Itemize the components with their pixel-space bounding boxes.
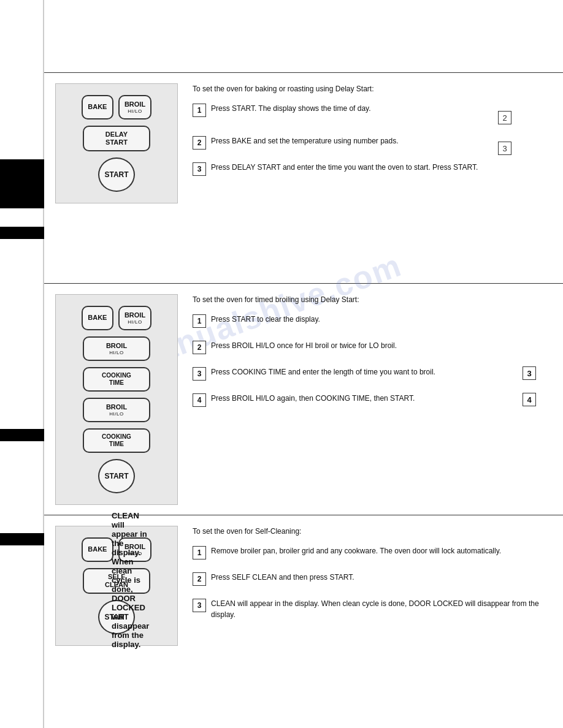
step-text-1-1: Press START. The display shows the time … — [211, 103, 371, 114]
cooking-time-button-2a[interactable]: COOKINGTIME — [83, 367, 150, 392]
section2-intro: To set the oven for timed broiling using… — [193, 294, 548, 305]
step1-3: 3 Press DELAY START and enter the time y… — [193, 162, 548, 176]
bake-button-2[interactable]: BAKE — [82, 306, 113, 330]
start-button-1[interactable]: START — [98, 157, 134, 192]
cooking-time-button-2b[interactable]: COOKINGTIME — [83, 428, 150, 453]
instructions-section2: To set the oven for timed broiling using… — [178, 283, 563, 424]
step1-1: 1 Press START. The display shows the tim… — [193, 103, 548, 117]
step2-1: 1 Press START to clear the display. — [193, 314, 548, 328]
keypad-row-1: BAKE BROILHI/LO — [82, 95, 151, 119]
step-num-2-2: 2 — [193, 341, 206, 354]
step-num-3-1: 1 — [193, 546, 206, 559]
boxed-3-s2: 3 — [523, 366, 536, 380]
bake-button[interactable]: BAKE — [82, 95, 113, 119]
keypad-section2: BAKE BROILHI/LO BROILHI/LO COOKINGTIME B… — [55, 294, 178, 505]
step-text-3-3: CLEAN will appear in the display. When c… — [211, 598, 548, 620]
delay-start-button[interactable]: DELAYSTART — [83, 126, 150, 151]
bake-button-3[interactable]: BAKE — [82, 537, 113, 562]
broil-button-2c[interactable]: BROILHI/LO — [83, 398, 150, 422]
sidebar-accent-1 — [0, 159, 44, 208]
step3-1: 1 Remove broiler pan, broiler grid and a… — [193, 545, 548, 559]
step-text-2-2: Press BROIL HI/LO once for HI broil or t… — [211, 340, 397, 351]
step-num-1-2: 2 — [193, 136, 206, 150]
step-num-3-3: 3 — [193, 599, 206, 612]
boxed-4-s2: 4 — [523, 393, 536, 406]
step-text-3-1: Remove broiler pan, broiler grid and any… — [211, 545, 501, 556]
instructions-section1: To set the oven for baking or roasting u… — [178, 72, 563, 193]
step-num-1-3: 3 — [193, 162, 206, 176]
broil-hilo-button-2[interactable]: BROILHI/LO — [118, 306, 151, 330]
sidebar-accent-2 — [0, 227, 44, 239]
keypad-row-2: DELAYSTART — [83, 126, 150, 151]
step2-2: 2 Press BROIL HI/LO once for HI broil or… — [193, 340, 548, 354]
step2-4: 4 Press BROIL HI/LO again, then COOKING … — [193, 393, 548, 407]
step-num-1-1: 1 — [193, 104, 206, 117]
start-button-2[interactable]: START — [98, 459, 134, 493]
sidebar-accent-4 — [0, 533, 44, 545]
circled-3-s1: 3 — [498, 142, 511, 155]
sidebar-accent-3 — [0, 429, 44, 441]
keypad2-row-6: START — [98, 459, 134, 493]
broil-button-2b[interactable]: BROILHI/LO — [83, 336, 150, 361]
keypad-section1: BAKE BROILHI/LO DELAYSTART START — [55, 83, 178, 203]
step-num-2-1: 1 — [193, 314, 206, 328]
clean-label: CLEAN will appear in the display. When c… — [112, 562, 150, 597]
instructions-section3: To set the oven for Self-Cleaning: 1 Rem… — [178, 515, 563, 637]
step-text-1-3: Press DELAY START and enter the time you… — [211, 162, 478, 173]
step-num-2-4: 4 — [193, 393, 206, 407]
section3-intro: To set the oven for Self-Cleaning: — [193, 526, 548, 537]
step3-3: 3 CLEAN will appear in the display. When… — [193, 598, 548, 620]
circled-2-s1: 2 — [498, 111, 511, 124]
step3-2: 2 Press SELF CLEAN and then press START. — [193, 572, 548, 586]
section1-intro: To set the oven for baking or roasting u… — [193, 83, 548, 94]
keypad-row-3: START — [98, 157, 134, 192]
step-num-3-2: 2 — [193, 572, 206, 586]
keypad2-row-5: COOKINGTIME — [83, 428, 150, 453]
broil-hilo-button-1[interactable]: BROILHI/LO — [118, 95, 151, 119]
step-text-2-3: Press COOKING TIME and enter the length … — [211, 366, 435, 377]
left-border — [0, 0, 44, 728]
keypad2-row-3: COOKINGTIME — [83, 367, 150, 392]
step-text-3-2: Press SELF CLEAN and then press START. — [211, 572, 354, 583]
step-text-1-2: Press BAKE and set the temperature using… — [211, 135, 399, 146]
keypad2-row-4: BROILHI/LO — [83, 398, 150, 422]
step2-3: 3 Press COOKING TIME and enter the lengt… — [193, 366, 548, 381]
keypad2-row-1: BAKE BROILHI/LO — [82, 306, 151, 330]
keypad2-row-2: BROILHI/LO — [83, 336, 150, 361]
step1-2: 2 Press BAKE and set the temperature usi… — [193, 135, 548, 150]
step-text-2-1: Press START to clear the display. — [211, 314, 320, 325]
step-num-2-3: 3 — [193, 367, 206, 381]
step-text-2-4: Press BROIL HI/LO again, then COOKING TI… — [211, 393, 415, 404]
